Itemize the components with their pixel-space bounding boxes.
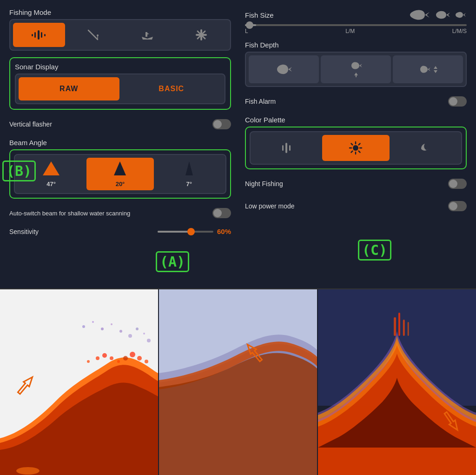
svg-rect-55 <box>398 313 400 336</box>
svg-marker-14 <box>114 161 126 175</box>
svg-rect-3 <box>32 34 33 36</box>
svg-point-7 <box>97 34 99 36</box>
svg-rect-56 <box>403 320 405 336</box>
beam-btn-7[interactable]: 7° <box>156 158 223 190</box>
palette-btn-sonar[interactable] <box>253 135 320 161</box>
palette-btn-day[interactable] <box>322 135 389 161</box>
svg-rect-1 <box>34 32 36 38</box>
svg-point-37 <box>147 339 151 342</box>
sonar-btn-raw[interactable]: RAW <box>19 77 119 100</box>
fish-alarm-row: Fish Alarm <box>245 94 467 109</box>
svg-line-27 <box>351 151 353 153</box>
svg-point-40 <box>102 353 107 358</box>
bottom-panel <box>0 289 476 475</box>
fish-depth-section: Fish Depth <box>245 41 467 87</box>
beam-angle-label: Beam Angle <box>9 139 231 147</box>
fish-size-section: Fish Size L L/M L/M/S <box>245 8 467 34</box>
svg-point-44 <box>130 352 135 357</box>
svg-line-26 <box>359 144 360 145</box>
svg-rect-2 <box>41 32 42 38</box>
color-palette-selector <box>250 131 462 165</box>
svg-point-29 <box>82 325 85 328</box>
sensitivity-row: Sensitivity 60% <box>9 227 231 235</box>
sensitivity-label: Sensitivity <box>9 228 158 235</box>
svg-marker-15 <box>185 161 193 175</box>
night-fishing-label: Night Fishing <box>245 180 448 187</box>
palette-btn-night[interactable] <box>391 135 458 161</box>
svg-point-36 <box>143 333 145 335</box>
fishing-mode-boat[interactable] <box>121 23 173 47</box>
annotation-a: (A) <box>156 251 189 272</box>
fish-size-labels: L L/M L/M/S <box>245 28 467 34</box>
annotation-b: (B) <box>2 161 36 181</box>
svg-point-43 <box>123 356 128 361</box>
night-fishing-toggle[interactable] <box>448 179 467 189</box>
sonar-btn-basic[interactable]: BASIC <box>121 77 222 100</box>
svg-point-32 <box>111 323 112 325</box>
svg-point-31 <box>101 328 104 330</box>
beam-angle-7-label: 7° <box>186 181 192 187</box>
low-power-toggle[interactable] <box>448 201 467 211</box>
svg-point-39 <box>96 356 99 360</box>
fish-alarm-toggle[interactable] <box>448 96 467 107</box>
auto-switch-toggle[interactable] <box>212 208 231 218</box>
svg-rect-57 <box>408 322 409 336</box>
svg-point-41 <box>110 356 113 360</box>
beam-angle-selector: 47° 20° 7° <box>14 154 226 194</box>
annotation-c: (C) <box>358 240 391 261</box>
fishing-mode-sonar[interactable] <box>13 23 65 47</box>
color-palette-label: Color Palette <box>245 116 467 124</box>
fishing-mode-selector <box>9 19 231 51</box>
fish-alarm-label: Fish Alarm <box>245 98 448 105</box>
svg-point-42 <box>117 360 120 363</box>
fish-depth-selector <box>245 52 467 87</box>
sonar-display-section: Sonar Display RAW BASIC <box>9 57 231 110</box>
svg-marker-13 <box>43 161 60 175</box>
low-power-row: Low power mode <box>245 198 467 214</box>
sensitivity-value: 60% <box>217 227 231 235</box>
svg-point-45 <box>137 356 142 361</box>
fish-size-slider[interactable] <box>245 24 467 26</box>
svg-point-38 <box>87 360 90 363</box>
svg-point-35 <box>136 328 139 330</box>
fishing-mode-label: Fishing Mode <box>9 8 231 16</box>
fish-size-icons <box>406 8 467 21</box>
vertical-flasher-label: Vertical flasher <box>9 120 212 128</box>
sonar-display-label: Sonar Display <box>15 63 225 71</box>
svg-line-24 <box>351 144 353 145</box>
sonar-panel-1 <box>0 289 159 475</box>
svg-point-48 <box>16 467 40 475</box>
auto-switch-label: Auto-switch beam for shallow water scann… <box>9 210 212 217</box>
svg-line-25 <box>359 151 360 153</box>
fish-depth-up[interactable] <box>321 55 391 83</box>
svg-point-30 <box>92 321 94 323</box>
night-fishing-row: Night Fishing <box>245 176 467 192</box>
fishing-mode-cast[interactable] <box>67 23 119 47</box>
svg-point-46 <box>145 360 148 363</box>
fish-depth-any2[interactable] <box>393 55 463 83</box>
beam-angle-20-label: 20° <box>116 181 125 187</box>
svg-rect-17 <box>282 145 284 151</box>
beam-angle-section: 47° 20° 7° <box>9 149 231 199</box>
auto-switch-row: Auto-switch beam for shallow water scann… <box>9 205 231 221</box>
fish-depth-any[interactable] <box>249 55 319 83</box>
svg-point-33 <box>119 330 122 333</box>
beam-btn-20[interactable]: 20° <box>86 158 153 190</box>
svg-line-5 <box>88 30 98 40</box>
sonar-display-selector: RAW BASIC <box>15 74 225 104</box>
fishing-mode-ice[interactable] <box>175 23 227 47</box>
fish-depth-label: Fish Depth <box>245 41 467 49</box>
svg-point-19 <box>353 145 358 151</box>
color-palette-section <box>245 127 467 169</box>
low-power-label: Low power mode <box>245 202 448 210</box>
beam-angle-47-label: 47° <box>46 181 56 187</box>
svg-rect-54 <box>394 317 396 336</box>
svg-point-34 <box>128 334 132 338</box>
sonar-panel-2 <box>159 289 318 475</box>
fish-size-label: Fish Size <box>245 11 274 19</box>
svg-rect-4 <box>44 34 46 36</box>
svg-rect-18 <box>289 145 291 151</box>
svg-rect-16 <box>285 143 287 153</box>
sonar-panel-3 <box>318 289 476 475</box>
vertical-flasher-toggle[interactable] <box>212 119 231 129</box>
